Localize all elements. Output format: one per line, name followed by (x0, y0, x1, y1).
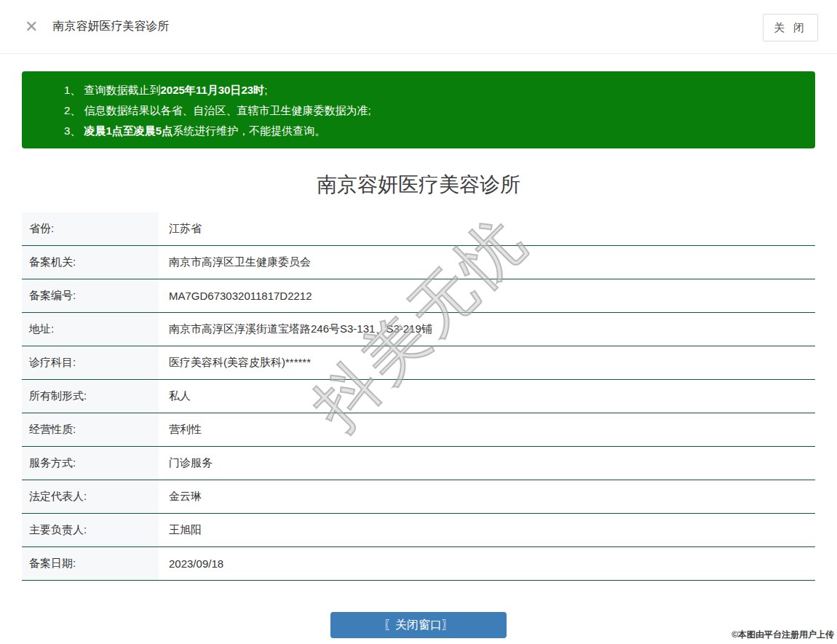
field-value: 王旭阳 (159, 514, 815, 546)
field-label: 服务方式: (22, 447, 159, 480)
table-row-principal: 主要负责人: 王旭阳 (22, 514, 815, 547)
field-label: 省份: (22, 212, 159, 245)
table-row-filing-number: 备案编号: MA7GD673032011817D2212 (22, 279, 815, 313)
field-value: 医疗美容科(美容皮肤科)****** (159, 346, 815, 379)
close-button[interactable]: 关 闭 (763, 14, 818, 41)
notice-text: ; (264, 84, 267, 96)
notice-item-3: 3、 凌晨1点至凌晨5点系统进行维护，不能提供查询。 (64, 121, 801, 141)
table-row-address: 地址: 南京市高淳区淳溪街道宝塔路246号S3-131、S3-219铺 (22, 313, 815, 346)
field-label: 备案编号: (22, 279, 159, 312)
field-label: 备案日期: (22, 547, 159, 580)
field-value: 江苏省 (159, 212, 815, 245)
field-value: 南京市高淳区淳溪街道宝塔路246号S3-131、S3-219铺 (159, 313, 815, 346)
field-value: 2023/09/18 (159, 547, 815, 580)
copyright-note: ©本图由平台注册用户上传 (731, 629, 834, 641)
notice-item-2: 2、 信息数据结果以各省、自治区、直辖市卫生健康委数据为准; (64, 100, 801, 121)
field-value: MA7GD673032011817D2212 (159, 279, 815, 312)
table-row-filing-authority: 备案机关: 南京市高淳区卫生健康委员会 (22, 246, 815, 279)
table-row-service-mode: 服务方式: 门诊服务 (22, 447, 815, 480)
field-label: 所有制形式: (22, 380, 159, 413)
window-title: 南京容妍医疗美容诊所 (52, 19, 169, 34)
table-row-filing-date: 备案日期: 2023/09/18 (22, 547, 815, 581)
field-label: 备案机关: (22, 246, 159, 279)
field-label: 诊疗科目: (22, 346, 159, 379)
page-title: 南京容妍医疗美容诊所 (0, 170, 837, 199)
notice-bold-text: 2025年11月30日23时 (161, 84, 265, 96)
close-window-button[interactable]: 〖关闭窗口〗 (330, 612, 507, 638)
field-value: 门诊服务 (159, 447, 815, 480)
notice-text: 系统进行维护，不能提供查询。 (172, 124, 325, 137)
field-value: 南京市高淳区卫生健康委员会 (159, 246, 815, 279)
close-icon[interactable]: ✕ (25, 19, 38, 35)
button-row: 〖关闭窗口〗 (0, 612, 837, 638)
table-row-province: 省份: 江苏省 (22, 212, 815, 246)
field-value: 私人 (159, 380, 815, 413)
field-label: 经营性质: (22, 413, 159, 446)
notice-bold-text: 凌晨1点至凌晨5点 (84, 124, 173, 137)
table-row-medical-subjects: 诊疗科目: 医疗美容科(美容皮肤科)****** (22, 346, 815, 380)
field-label: 法定代表人: (22, 480, 159, 513)
field-label: 地址: (22, 313, 159, 346)
notice-banner: 1、 查询数据截止到2025年11月30日23时; 2、 信息数据结果以各省、自… (22, 71, 815, 148)
field-value: 营利性 (159, 413, 815, 446)
field-value: 金云琳 (159, 480, 815, 513)
notice-text: 2、 信息数据结果以各省、自治区、直辖市卫生健康委数据为准; (64, 104, 371, 116)
header-bar: ✕ 南京容妍医疗美容诊所 关 闭 (0, 0, 837, 54)
notice-text: 1、 查询数据截止到 (64, 84, 161, 96)
notice-item-1: 1、 查询数据截止到2025年11月30日23时; (64, 80, 801, 100)
table-row-legal-representative: 法定代表人: 金云琳 (22, 480, 815, 514)
notice-text: 3、 (64, 124, 84, 137)
query-result-window: ✕ 南京容妍医疗美容诊所 关 闭 1、 查询数据截止到2025年11月30日23… (0, 0, 837, 644)
field-label: 主要负责人: (22, 514, 159, 546)
table-row-operating-nature: 经营性质: 营利性 (22, 413, 815, 447)
table-row-ownership: 所有制形式: 私人 (22, 380, 815, 413)
info-table: 省份: 江苏省 备案机关: 南京市高淳区卫生健康委员会 备案编号: MA7GD6… (22, 212, 815, 581)
